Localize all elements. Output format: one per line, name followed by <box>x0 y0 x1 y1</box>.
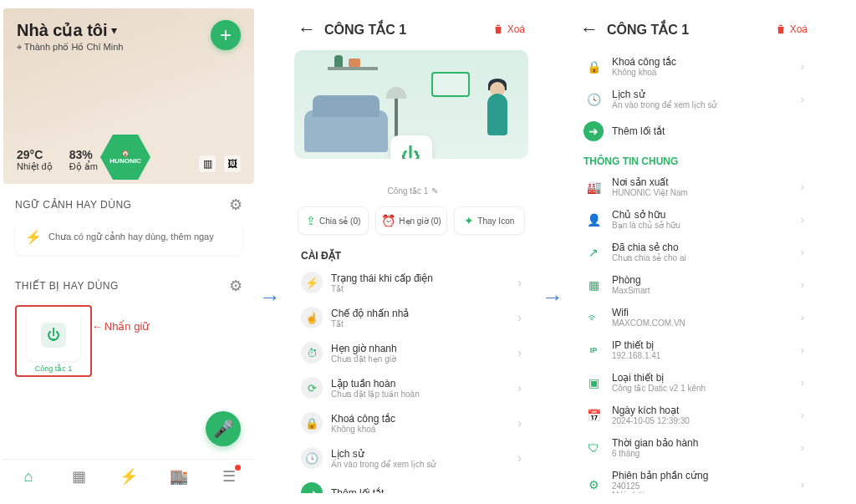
timer-button[interactable]: ⏰Hẹn giờ (0) <box>375 206 446 235</box>
gear-icon[interactable]: ⚙ <box>229 196 242 214</box>
setting-lock[interactable]: 🔒Khoá công tắcKhông khoá› <box>293 405 530 440</box>
add-shortcut[interactable]: ➜Thêm lối tắt <box>293 476 530 493</box>
edit-icon[interactable]: ✎ <box>431 186 438 196</box>
share-icon: ↗ <box>583 242 604 262</box>
gear-icon[interactable]: ⚙ <box>229 277 242 295</box>
power-icon[interactable]: ⏻ <box>390 135 432 159</box>
info-activation[interactable]: 📅Ngày kích hoạt2024-10-05 12:39:30› <box>575 399 813 431</box>
chevron-down-icon[interactable]: ▾ <box>111 23 117 37</box>
device-card-highlight[interactable]: ⏻ Công tắc 1 Nhấn giữ <box>15 305 92 377</box>
scenes-header: NGỮ CẢNH HAY DÙNG <box>15 199 131 211</box>
delete-button[interactable]: Xoá <box>775 23 808 35</box>
chip-icon: ▣ <box>583 373 604 393</box>
setting-power-state[interactable]: ⚡Trạng thái khi cấp điệnTắt› <box>293 265 530 300</box>
setting-push-mode[interactable]: ☝Chế độ nhấn nhảTắt› <box>293 300 530 335</box>
tap-icon: ☝ <box>301 307 323 328</box>
setting-quick-timer[interactable]: ⏱Hẹn giờ nhanhChưa đặt hẹn giờ› <box>293 335 530 370</box>
wifi-icon: ᯤ <box>583 308 604 328</box>
add-shortcut[interactable]: ➜Thêm lối tắt <box>575 115 813 147</box>
history-icon: 🕓 <box>301 447 323 469</box>
repeat-icon: ⟳ <box>301 377 323 399</box>
flow-arrow-icon: → <box>542 284 563 310</box>
nav-store-icon[interactable]: 🏬 <box>169 466 189 486</box>
pin-icon: ⌖ <box>17 42 22 52</box>
info-manufacturer[interactable]: 🏭Nơi sản xuấtHUNONIC Việt Nam› <box>575 171 813 203</box>
chevron-right-icon: › <box>801 312 804 323</box>
temperature: 29°CNhiệt độ <box>17 148 53 172</box>
chevron-right-icon: › <box>801 479 804 491</box>
voice-fab[interactable]: 🎤 <box>206 411 241 446</box>
unknown-icon[interactable]: ▥ <box>199 155 216 172</box>
chevron-right-icon: › <box>517 346 522 359</box>
back-icon[interactable]: ← <box>580 18 599 40</box>
chevron-right-icon: › <box>801 279 804 291</box>
info-shared[interactable]: ↗Đã chia sẻ choChưa chia sẻ cho ai› <box>575 236 813 268</box>
power-icon[interactable]: ⏻ <box>41 323 66 348</box>
devices-header: THIẾT BỊ HAY DÙNG <box>15 280 119 292</box>
info-ip[interactable]: IPIP thiết bị192.168.1.41› <box>575 333 813 366</box>
device-info-screen: ← CÔNG TẮC 1 Xoá 🔒Khoá công tắcKhông kho… <box>568 8 819 493</box>
chevron-right-icon: › <box>801 94 804 105</box>
change-icon-button[interactable]: ✦Thay Icon <box>454 206 525 235</box>
calendar-icon: 📅 <box>583 405 604 425</box>
delete-button[interactable]: Xoá <box>492 23 525 35</box>
share-button[interactable]: ⇪Chia sẻ (0) <box>298 206 369 235</box>
home-screen: Nhà của tôi ▾ ⌖ Thành phố Hồ Chí Minh + … <box>3 8 254 493</box>
chevron-right-icon: › <box>517 381 522 395</box>
lock-icon: 🔒 <box>583 57 604 77</box>
image-icon[interactable]: 🖼 <box>224 155 241 172</box>
share-icon: ⇪ <box>306 214 316 227</box>
info-device-type[interactable]: ▣Loại thiết bịCông tắc Datic v2 1 kênh› <box>575 366 813 399</box>
home-title[interactable]: Nhà của tôi <box>17 20 108 40</box>
device-detail-screen: ← CÔNG TẮC 1 Xoá ⏻ Công tắc 1✎ ⇪Chia sẻ … <box>286 8 537 493</box>
page-title: CÔNG TẮC 1 <box>607 22 767 38</box>
chevron-right-icon: › <box>801 442 804 454</box>
factory-icon: 🏭 <box>583 177 604 197</box>
nav-menu-icon[interactable]: ☰ <box>219 466 239 486</box>
lock-icon: 🔒 <box>301 412 323 434</box>
brand-logo: 🏠HUNONIC <box>100 132 157 184</box>
clock-icon: ⏰ <box>381 214 395 227</box>
sparkle-icon: ✦ <box>464 214 474 227</box>
chevron-right-icon: › <box>801 61 804 73</box>
user-icon: 👤 <box>583 210 604 230</box>
info-wifi[interactable]: ᯤWifiMAXCOM.COM.VN› <box>575 301 813 333</box>
arrow-right-icon: ➜ <box>583 121 604 141</box>
shield-icon: 🛡 <box>583 438 604 458</box>
chevron-right-icon: › <box>801 344 804 356</box>
chevron-right-icon: › <box>801 377 804 389</box>
timer-icon: ⏱ <box>301 342 323 364</box>
info-room[interactable]: ▦PhòngMaxSmart› <box>575 268 813 301</box>
add-button[interactable]: + <box>211 20 241 50</box>
chevron-right-icon: › <box>801 214 804 226</box>
chevron-right-icon: › <box>801 247 804 258</box>
nav-bolt-icon[interactable]: ⚡ <box>119 466 139 486</box>
back-icon[interactable]: ← <box>298 18 316 40</box>
setting-history[interactable]: 🕓Lịch sửẤn vào trong để xem lịch sử› <box>575 83 813 115</box>
arrow-right-icon: ➜ <box>301 482 323 493</box>
location-label: ⌖ Thành phố Hồ Chí Minh <box>17 42 241 53</box>
info-header: THÔNG TIN CHUNG <box>575 147 813 171</box>
info-warranty[interactable]: 🛡Thời gian bảo hành6 tháng› <box>575 431 813 464</box>
info-hardware[interactable]: ⚙Phiên bản phần cứng240125Mới nhất› <box>575 464 813 493</box>
info-owner[interactable]: 👤Chủ sở hữuBạn là chủ sở hữu› <box>575 203 813 236</box>
setting-history[interactable]: 🕓Lịch sửẤn vào trong để xem lịch sử› <box>293 440 530 476</box>
home-hero: Nhà của tôi ▾ ⌖ Thành phố Hồ Chí Minh + … <box>3 8 254 184</box>
flow-arrow-icon: → <box>259 284 281 310</box>
setting-lock[interactable]: 🔒Khoá công tắcKhông khoá› <box>575 50 813 83</box>
bolt-icon: ⚡ <box>25 229 42 245</box>
chevron-right-icon: › <box>517 276 522 289</box>
device-name-row[interactable]: Công tắc 1✎ <box>286 184 537 196</box>
ip-icon: IP <box>583 340 604 360</box>
nav-home-icon[interactable]: ⌂ <box>18 466 38 486</box>
nav-grid-icon[interactable]: ▦ <box>69 466 89 486</box>
setting-repeat[interactable]: ⟳Lặp tuần hoànChưa đặt lặp tuần hoàn› <box>293 370 530 405</box>
device-hero: ⏻ <box>294 50 528 159</box>
chevron-right-icon: › <box>517 451 522 465</box>
add-scene-card[interactable]: ⚡ Chưa có ngữ cảnh hay dùng, thêm ngay <box>15 219 242 255</box>
gear-icon: ⚙ <box>583 475 604 493</box>
chevron-right-icon: › <box>801 181 804 193</box>
longpress-hint: Nhấn giữ <box>92 320 150 333</box>
room-icon: ▦ <box>583 275 604 295</box>
settings-header: CÀI ĐẶT <box>286 245 537 265</box>
